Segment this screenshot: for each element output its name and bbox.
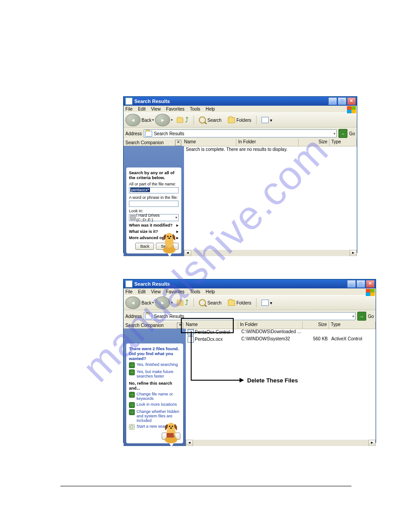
back-button[interactable]: ◄	[125, 296, 141, 309]
companion-header: Search Companion ✕	[124, 322, 184, 329]
search-companion-panel: There were 2 files found. Did you find w…	[124, 329, 186, 446]
forward-button[interactable]: ►	[155, 296, 170, 309]
column-size[interactable]: Size	[299, 139, 330, 146]
list-header: Name In Folder Size Type	[184, 322, 376, 329]
table-row[interactable]: PentaOcx Control C:\WINDOWS\Downloaded P…	[186, 329, 376, 336]
column-type[interactable]: Type	[330, 139, 357, 146]
svg-point-9	[169, 426, 171, 427]
menu-help[interactable]: Help	[206, 107, 215, 112]
input-phrase[interactable]	[129, 201, 179, 207]
magnifier-icon	[129, 424, 135, 430]
menu-tools[interactable]: Tools	[190, 107, 200, 112]
back-label: Back	[141, 118, 151, 123]
folders-button[interactable]: Folders	[225, 299, 254, 307]
views-icon	[261, 117, 269, 123]
menu-favorites[interactable]: Favorites	[166, 107, 184, 112]
companion-close-button[interactable]: ✕	[177, 322, 183, 329]
search-heading: Search by any or all of the criteria bel…	[129, 170, 174, 180]
window-title: Search Results	[134, 281, 170, 287]
dog-icon	[160, 420, 182, 444]
address-icon	[145, 131, 152, 137]
menu-view[interactable]: View	[151, 107, 161, 112]
views-button[interactable]: ▾	[259, 298, 275, 307]
address-bar: Address Search Results ▾ → Go	[124, 310, 376, 322]
results-pane: Search is complete. There are no results…	[184, 146, 357, 256]
maximize-button[interactable]: □	[356, 280, 365, 288]
column-name[interactable]: Name	[184, 322, 238, 329]
input-filename[interactable]: pentaocx*	[129, 187, 179, 193]
titlebar[interactable]: Search Results _ □ ✕	[124, 279, 376, 288]
menu-tools[interactable]: Tools	[190, 289, 200, 294]
svg-point-11	[170, 428, 172, 429]
back-button[interactable]: Back	[135, 243, 154, 250]
svg-point-8	[167, 423, 175, 431]
link-finished[interactable]: →Yes, finished searching	[129, 362, 180, 368]
menu-file[interactable]: File	[125, 289, 133, 294]
menu-edit[interactable]: Edit	[138, 289, 146, 294]
svg-point-2	[165, 233, 173, 241]
horizontal-scrollbar[interactable]: ◄►	[184, 250, 357, 256]
window-icon	[125, 98, 133, 105]
link-more-locations[interactable]: →Look in more locations	[129, 402, 180, 408]
arrow-icon: →	[129, 369, 135, 375]
views-icon	[261, 300, 269, 306]
forward-button[interactable]: ►	[155, 114, 170, 126]
svg-rect-12	[167, 433, 174, 438]
up-button[interactable]: ⤴	[174, 297, 191, 308]
column-infolder[interactable]: In Folder	[236, 139, 299, 146]
found-heading: There were 2 files found. Did you find w…	[129, 346, 179, 361]
address-icon	[145, 313, 152, 319]
go-label: Go	[368, 314, 374, 319]
search-icon	[199, 116, 206, 124]
maximize-button[interactable]: □	[338, 97, 347, 105]
address-input[interactable]: Search Results ▾	[144, 312, 355, 320]
column-type[interactable]: Type	[329, 322, 376, 329]
windows-logo-icon	[347, 106, 356, 113]
arrow-icon: →	[129, 409, 135, 415]
svg-point-4	[170, 236, 171, 237]
toolbar: ◄ Back ▾ ► ▾ ⤴ Search Folders ▾	[124, 112, 357, 128]
back-label: Back	[141, 300, 151, 305]
column-infolder[interactable]: In Folder	[238, 322, 303, 329]
svg-point-5	[168, 238, 170, 239]
close-button[interactable]: ✕	[366, 280, 375, 288]
folders-button[interactable]: Folders	[225, 116, 254, 124]
address-input[interactable]: Search Results ▾	[144, 129, 337, 137]
close-button[interactable]: ✕	[347, 97, 356, 105]
link-faster[interactable]: →Yes, but make future searches faster	[129, 369, 180, 378]
go-button[interactable]: →	[357, 312, 366, 321]
select-lookin[interactable]: l Hard Drives (C:;D:;E:) ▾	[129, 214, 179, 221]
horizontal-scrollbar[interactable]: ◄►	[186, 440, 376, 446]
results-pane: PentaOcx Control C:\WINDOWS\Downloaded P…	[186, 329, 376, 446]
companion-close-button[interactable]: ✕	[175, 140, 181, 146]
column-name[interactable]: Name	[182, 139, 236, 146]
views-button[interactable]: ▾	[259, 116, 275, 124]
menu-view[interactable]: View	[151, 289, 161, 294]
companion-header: Search Companion ✕	[124, 139, 182, 146]
titlebar[interactable]: Search Results _ □ ✕	[124, 97, 357, 106]
menu-help[interactable]: Help	[206, 289, 215, 294]
menu-edit[interactable]: Edit	[138, 107, 146, 112]
search-button[interactable]: Search	[196, 115, 224, 125]
menu-file[interactable]: File	[125, 107, 133, 112]
dog-icon	[158, 230, 180, 254]
expand-modified[interactable]: When was it modified?▸	[129, 223, 179, 227]
search-button[interactable]: Search	[196, 298, 224, 308]
menu-favorites[interactable]: Favorites	[166, 289, 184, 294]
go-button[interactable]: →	[338, 129, 347, 138]
arrow-icon: →	[129, 402, 135, 408]
file-icon	[188, 336, 194, 343]
minimize-button[interactable]: _	[347, 280, 356, 288]
arrow-icon: →	[129, 362, 135, 368]
column-size[interactable]: Size	[303, 322, 329, 329]
up-button[interactable]: ⤴	[174, 115, 191, 125]
menubar: File Edit View Favorites Tools Help	[124, 106, 357, 112]
menubar: File Edit View Favorites Tools Help	[124, 288, 376, 295]
window-icon	[125, 280, 133, 287]
table-row[interactable]: PentaOcx.ocx C:\WINDOWS\system32 560 KB …	[186, 336, 376, 343]
back-button[interactable]: ◄	[125, 114, 141, 126]
drive-icon	[130, 215, 136, 220]
link-change-name[interactable]: →Change file name or keywords	[129, 392, 180, 401]
window-title: Search Results	[134, 99, 170, 104]
minimize-button[interactable]: _	[328, 97, 337, 105]
